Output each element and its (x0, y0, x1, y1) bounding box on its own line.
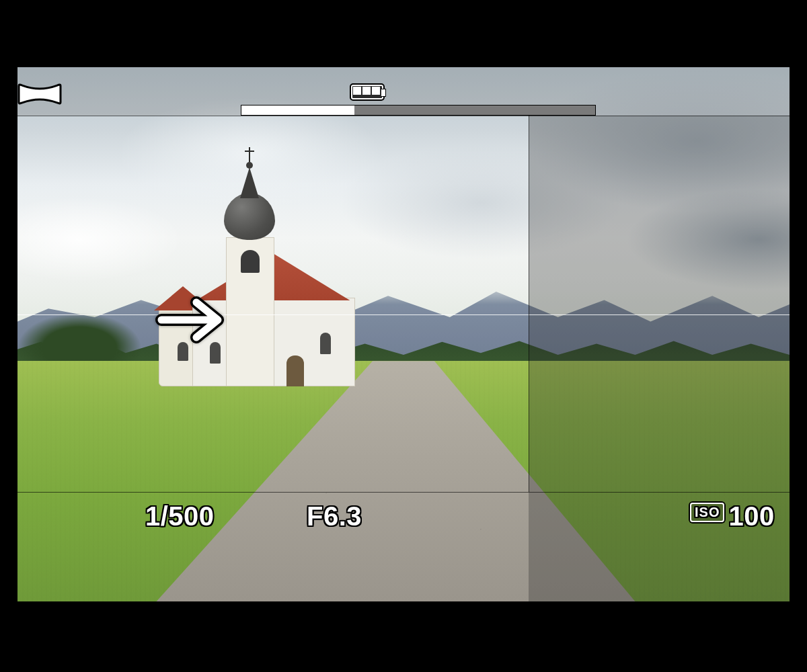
camera-lcd: 1/500 F6.3 ISO 100 (0, 67, 807, 605)
iso-label-badge: ISO (690, 503, 724, 522)
panorama-icon (17, 79, 63, 109)
panorama-progress-fill (241, 106, 354, 115)
viewfinder-scene (17, 67, 790, 601)
aperture-value: F6.3 (307, 501, 362, 532)
shutter-speed: 1/500 (145, 501, 215, 532)
battery-icon (348, 85, 386, 99)
panorama-progress-bar (241, 105, 596, 116)
iso-value: 100 (728, 501, 774, 532)
live-view: 1/500 F6.3 ISO 100 (17, 67, 790, 601)
iso-readout: ISO 100 (690, 501, 775, 532)
pan-direction-arrow-icon (155, 293, 235, 347)
